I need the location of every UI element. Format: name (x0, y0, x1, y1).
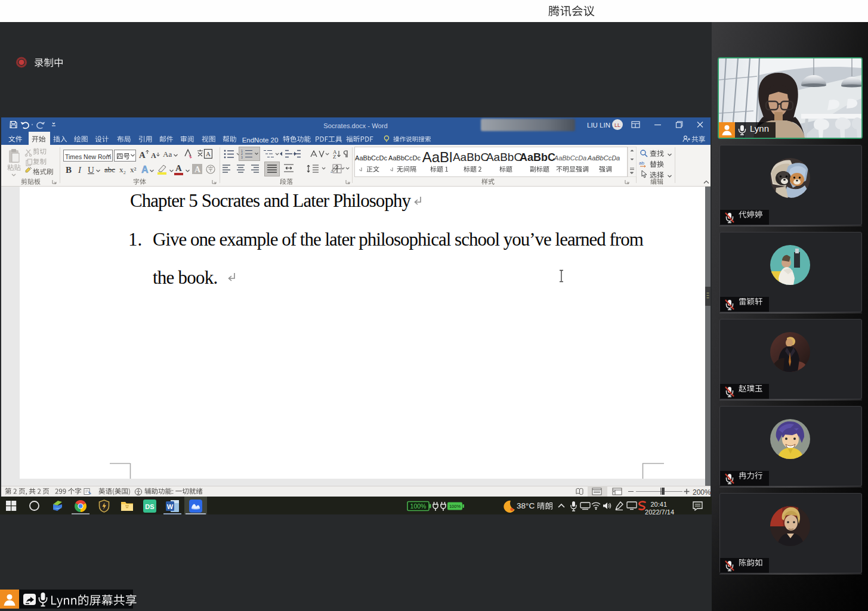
svg-text:ab: ab (639, 160, 644, 166)
svg-text:LL: LL (614, 122, 620, 128)
svg-text:W: W (167, 503, 174, 510)
svg-text:A: A (206, 150, 211, 157)
svg-text:Z: Z (333, 154, 336, 160)
svg-text:100%: 100% (410, 503, 427, 510)
svg-text:100%: 100% (449, 504, 461, 509)
svg-text:DS: DS (145, 503, 154, 510)
svg-text:3: 3 (241, 156, 243, 159)
